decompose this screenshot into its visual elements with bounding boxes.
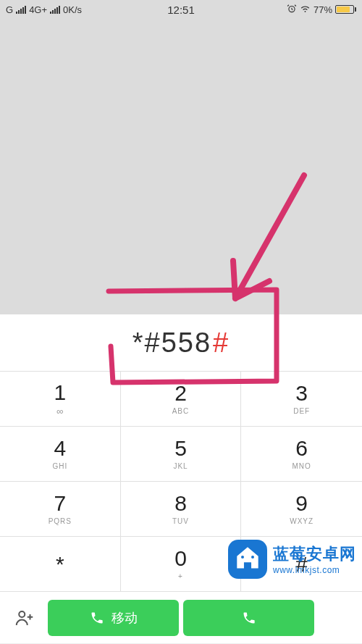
clock: 12:51 [167,4,195,16]
key-0[interactable]: 0+ [121,536,242,591]
status-bar: G 4G+ 0K/s 12:51 77% [0,0,362,19]
carrier-label: G [6,4,13,15]
battery-icon [335,5,356,14]
status-right: 77% [287,4,356,16]
dial-input-display[interactable]: *#558# [0,314,362,371]
status-left: G 4G+ 0K/s [6,4,82,15]
svg-point-1 [19,611,25,617]
watermark-url: www.lmkjst.com [273,565,356,575]
watermark-title: 蓝莓安卓网 [273,543,356,565]
watermark-logo-icon [228,540,267,579]
dialed-cursor-char: # [213,327,230,359]
key-3[interactable]: 3DEF [241,371,362,426]
call-sim2-button[interactable] [183,600,314,636]
add-contact-button[interactable] [6,599,43,637]
wifi-icon [300,4,311,15]
key-5[interactable]: 5JKL [121,426,242,481]
dialed-number: *#558 [132,327,211,359]
alarm-icon [287,4,297,16]
network-label: 4G+ [29,4,47,15]
key-4[interactable]: 4GHI [0,426,121,481]
key-2[interactable]: 2ABC [121,371,242,426]
dialer: *#558# 1∞ 2ABC 3DEF 4GHI 5JKL 6MNO 7PQRS… [0,314,362,643]
signal-icon [16,6,26,14]
key-6[interactable]: 6MNO [241,426,362,481]
call-sim1-label: 移动 [111,609,138,627]
action-row: 移动 [0,591,362,643]
key-star[interactable]: * [0,536,121,591]
recent-calls-area [0,19,362,314]
key-9[interactable]: 9WXYZ [241,481,362,536]
data-speed: 0K/s [63,4,82,15]
call-sim1-button[interactable]: 移动 [48,600,179,636]
battery-percent: 77% [313,4,332,15]
signal-icon-2 [50,6,60,14]
key-7[interactable]: 7PQRS [0,481,121,536]
key-8[interactable]: 8TUV [121,481,242,536]
key-1[interactable]: 1∞ [0,371,121,426]
watermark: 蓝莓安卓网 www.lmkjst.com [228,540,356,579]
